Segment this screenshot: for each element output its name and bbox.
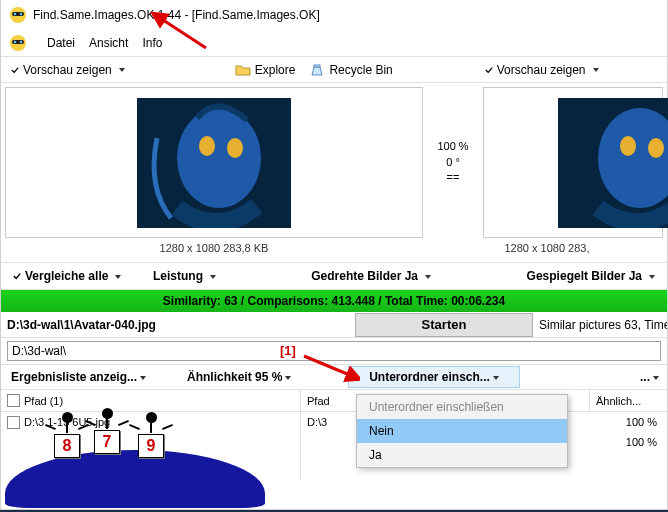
chevron-down-icon — [119, 63, 125, 77]
start-button-label: Starten — [422, 317, 467, 332]
svg-point-10 — [177, 108, 261, 208]
list-header-left[interactable]: Pfad (1) — [1, 390, 300, 412]
chevron-down-icon — [115, 269, 121, 283]
svg-point-15 — [620, 136, 636, 156]
app-icon-small — [9, 34, 27, 52]
image-meta-left: 1280 x 1080 283,8 KB — [1, 242, 427, 262]
svg-point-7 — [20, 41, 22, 43]
preview-row: 100 % 0 ° == — [1, 82, 667, 242]
folder-icon — [235, 62, 251, 78]
app-icon — [9, 6, 27, 24]
subfolders-menu-title: Unterordner einschließen — [357, 395, 567, 419]
rotated-label: Gedrehte Bilder Ja — [311, 269, 418, 283]
titlebar: Find.Same.Images.OK 1.44 - [Find.Same.Im… — [1, 0, 667, 30]
checkbox[interactable] — [7, 394, 20, 407]
compare-info: 100 % 0 ° == — [427, 87, 479, 238]
current-path-row: D:\3d-wal\1\Avatar-040.jpg Starten Simil… — [1, 312, 667, 338]
compare-rotation: 0 ° — [446, 155, 460, 170]
image-meta-right: 1280 x 1080 283, — [427, 242, 667, 262]
result-list-label: Ergebnisliste anzeig... — [11, 370, 137, 384]
result-summary: Similar pictures 63, Time 0.1 — [533, 318, 667, 332]
check-icon — [485, 66, 493, 74]
preview-toggle-left-label: Vorschau zeigen — [23, 63, 112, 77]
explore-label: Explore — [255, 63, 296, 77]
preview-image-left — [137, 98, 291, 228]
menu-file[interactable]: Datei — [47, 36, 75, 50]
annotation-arrow-icon — [150, 12, 210, 52]
chevron-down-icon — [425, 269, 431, 283]
annotation-arrow-icon — [300, 350, 360, 382]
status-bar: Similarity: 63 / Comparisons: 413.448 / … — [1, 290, 667, 312]
similarity-label: Ähnlichkeit 95 % — [187, 370, 282, 384]
svg-line-18 — [304, 356, 352, 376]
recycle-label: Recycle Bin — [329, 63, 392, 77]
menu-view[interactable]: Ansicht — [89, 36, 128, 50]
svg-point-16 — [648, 138, 664, 158]
list-cell-sim: 100 % — [589, 432, 667, 452]
menubar: Datei Ansicht Info — [1, 30, 667, 56]
chevron-down-icon — [593, 63, 599, 77]
svg-point-12 — [227, 138, 243, 158]
list-header-right-label: Pfad — [307, 395, 330, 407]
preview-toggle-right[interactable]: Vorschau zeigen — [481, 63, 603, 77]
explore-button[interactable]: Explore — [231, 62, 300, 78]
recycle-icon — [309, 62, 325, 78]
recycle-button[interactable]: Recycle Bin — [305, 62, 396, 78]
compare-options-row: Vergleiche alle Leistung Gedrehte Bilder… — [1, 262, 667, 290]
svg-rect-8 — [314, 65, 320, 67]
list-cell-sim: 100 % — [589, 412, 667, 432]
preview-toolbar: Vorschau zeigen Explore Recycle Bin Vors… — [1, 56, 667, 82]
compare-percent: 100 % — [437, 139, 468, 154]
result-list-dropdown[interactable]: Ergebnisliste anzeig... — [1, 365, 177, 389]
svg-line-17 — [160, 18, 206, 48]
compare-all-label: Vergleiche alle — [25, 269, 108, 283]
list-header-left-label: Pfad (1) — [24, 395, 63, 407]
svg-point-3 — [20, 13, 22, 15]
image-meta-row: 1280 x 1080 283,8 KB 1280 x 1080 283, — [1, 242, 667, 262]
list-cell-path: D:\3 — [307, 416, 327, 428]
annotation-marker-1: [1] — [280, 343, 296, 358]
rotated-dropdown[interactable]: Gedrehte Bilder Ja — [267, 269, 437, 283]
chevron-down-icon — [493, 370, 499, 384]
svg-point-6 — [14, 41, 16, 43]
preview-toggle-left[interactable]: Vorschau zeigen — [7, 63, 129, 77]
subfolders-menu-no[interactable]: Nein — [357, 419, 567, 443]
svg-point-11 — [199, 136, 215, 156]
check-icon — [11, 66, 19, 74]
preview-pane-right[interactable] — [483, 87, 663, 238]
performance-label: Leistung — [153, 269, 203, 283]
subfolders-menu: Unterordner einschließen Nein Ja — [356, 394, 568, 468]
chevron-down-icon — [210, 269, 216, 283]
mirrored-dropdown[interactable]: Gespiegelt Bilder Ja — [437, 269, 661, 283]
list-header-sim-label: Ähnlich... — [596, 395, 641, 407]
chevron-down-icon — [653, 370, 659, 384]
status-text: Similarity: 63 / Comparisons: 413.448 / … — [163, 294, 505, 308]
start-button[interactable]: Starten — [355, 313, 533, 337]
compare-all-dropdown[interactable]: Vergleiche alle — [7, 269, 147, 283]
preview-toggle-right-label: Vorschau zeigen — [497, 63, 586, 77]
chevron-down-icon — [285, 370, 291, 384]
overlay-card: 7 — [94, 430, 120, 454]
preview-image-right — [558, 98, 668, 228]
chevron-down-icon — [649, 269, 655, 283]
svg-point-2 — [14, 13, 16, 15]
overlay-card: 8 — [54, 434, 80, 458]
performance-dropdown[interactable]: Leistung — [147, 269, 267, 283]
overlay-card: 9 — [138, 434, 164, 458]
more-options-button[interactable]: ... — [632, 370, 667, 384]
subfolders-menu-yes[interactable]: Ja — [357, 443, 567, 467]
chevron-down-icon — [140, 370, 146, 384]
compare-equal: == — [447, 170, 460, 185]
checkbox[interactable] — [7, 416, 20, 429]
preview-pane-left[interactable] — [5, 87, 423, 238]
subfolders-dropdown[interactable]: Unterordner einsch... — [348, 366, 520, 388]
subfolders-label: Unterordner einsch... — [369, 370, 490, 384]
current-image-path: D:\3d-wal\1\Avatar-040.jpg — [1, 318, 355, 332]
check-icon — [13, 272, 21, 280]
list-header-sim[interactable]: Ähnlich... — [589, 390, 667, 412]
mirrored-label: Gespiegelt Bilder Ja — [527, 269, 642, 283]
